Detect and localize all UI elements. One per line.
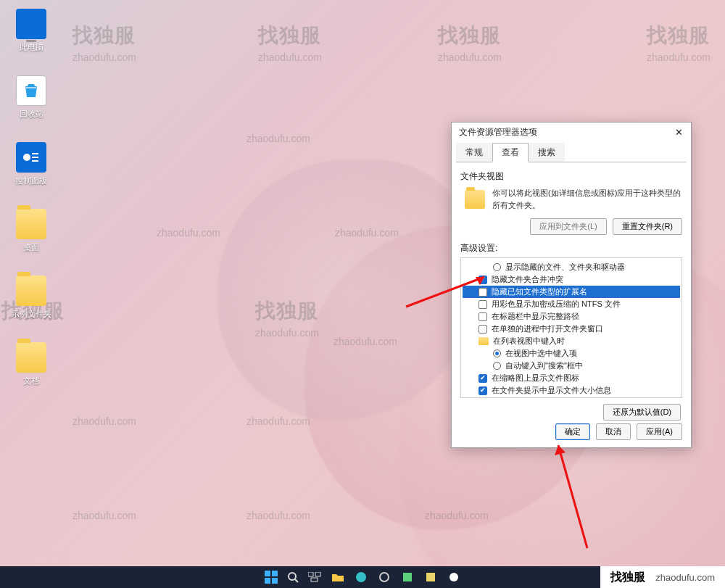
brand-text: 找独服 (610, 570, 645, 585)
svg-rect-16 (315, 572, 320, 576)
tab-search[interactable]: 搜索 (529, 143, 565, 162)
desktop-icon-folder-example[interactable]: 示例文件夹 (6, 276, 57, 320)
watermark-url: zhaodufu.com (246, 415, 310, 427)
svg-point-1 (23, 154, 30, 161)
checkbox-icon[interactable] (478, 325, 487, 334)
restore-defaults-button[interactable]: 还原为默认值(D) (603, 404, 681, 421)
svg-rect-9 (265, 571, 270, 576)
ok-button[interactable]: 确定 (555, 423, 590, 440)
folder-view-group: 文件夹视图 你可以将此视图(如详细信息或图标)应用于这种类型的所有文件夹。 应用… (460, 170, 682, 235)
desktop-icon-label: 桌面 (23, 243, 39, 252)
watermark-url: zhaodufu.com (157, 227, 220, 239)
tree-item[interactable]: 在列表视图中键入时 (463, 335, 680, 347)
checkbox-icon[interactable] (478, 374, 487, 383)
desktop-icon-label: 文档 (23, 376, 39, 385)
dialog-tabs: 常规 查看 搜索 (452, 140, 691, 162)
app-icon[interactable] (444, 569, 463, 585)
checkbox-icon[interactable] (478, 288, 487, 297)
desktop-icon-label: 回收站 (20, 109, 44, 118)
watermark-url: zhaodufu.com (438, 51, 502, 63)
tree-item[interactable]: 用彩色显示加密或压缩的 NTFS 文件 (463, 298, 680, 310)
desktop-icon-controlpanel[interactable]: 控制面板 (6, 142, 57, 186)
folder-view-desc: 你可以将此视图(如详细信息或图标)应用于这种类型的所有文件夹。 (492, 187, 682, 211)
advanced-settings-label: 高级设置: (460, 243, 497, 253)
svg-point-18 (356, 572, 366, 582)
tree-item[interactable]: 隐藏文件夹合并冲突 (463, 273, 680, 286)
advanced-settings-tree[interactable]: 显示隐藏的文件、文件夹和驱动器 隐藏文件夹合并冲突 隐藏已知文件类型的扩展名 用… (460, 257, 682, 398)
brand-url: zhaodufu.com (655, 572, 715, 583)
svg-rect-3 (32, 157, 38, 158)
svg-line-14 (295, 579, 298, 582)
tab-view[interactable]: 查看 (492, 143, 529, 162)
radio-icon (493, 263, 501, 271)
tree-item[interactable]: 在视图中选中键入项 (463, 347, 680, 360)
svg-rect-15 (308, 572, 313, 576)
svg-rect-21 (426, 573, 435, 581)
tree-item-hide-extensions[interactable]: 隐藏已知文件类型的扩展名 (463, 286, 680, 298)
apply-to-folders-button[interactable]: 应用到文件夹(L) (530, 218, 606, 235)
desktop-icon-folder-documents[interactable]: 文档 (6, 342, 57, 386)
watermark-text: 找独服 (258, 24, 321, 46)
watermark-text: 找独服 (647, 24, 710, 46)
svg-point-13 (289, 573, 296, 580)
checkbox-icon[interactable] (478, 300, 487, 309)
radio-icon[interactable] (493, 349, 501, 357)
watermark-url: zhaodufu.com (246, 133, 310, 144)
folder-options-dialog: 文件资源管理器选项 ✕ 常规 查看 搜索 文件夹视图 你可以将此视图(如详细信息… (451, 122, 692, 448)
tree-item[interactable]: 在文件夹提示中显示文件大小信息 (463, 384, 680, 397)
tree-item[interactable]: 自动键入到"搜索"框中 (463, 360, 680, 372)
tree-item[interactable]: 在标题栏中显示完整路径 (463, 310, 680, 323)
desktop-icon-label: 此电脑 (20, 43, 44, 51)
watermark-url: zhaodufu.com (258, 51, 322, 63)
svg-rect-11 (265, 578, 270, 584)
watermark-url: zhaodufu.com (246, 510, 310, 521)
tree-item[interactable]: 显示隐藏的文件、文件夹和驱动器 (463, 261, 680, 273)
watermark-url: zhaodufu.com (72, 510, 136, 521)
checkbox-icon[interactable] (478, 386, 487, 395)
watermark-url: zhaodufu.com (72, 51, 136, 63)
checkbox-icon[interactable] (478, 276, 487, 284)
svg-rect-20 (403, 573, 412, 581)
folder-view-title: 文件夹视图 (460, 170, 682, 183)
controlpanel-icon (16, 142, 46, 173)
reset-folders-button[interactable]: 重置文件夹(R) (613, 218, 682, 235)
desktop-icon-label: 控制面板 (15, 176, 47, 185)
folder-icon (478, 337, 489, 345)
desktop-icon-folder-desktop[interactable]: 桌面 (6, 209, 57, 253)
settings-icon[interactable] (375, 569, 394, 585)
edge-icon[interactable] (352, 569, 370, 585)
search-icon[interactable] (285, 569, 301, 585)
desktop-icon-pc[interactable]: 此电脑 (6, 9, 57, 53)
watermark-url: zhaodufu.com (72, 415, 136, 427)
folder-icon (16, 342, 46, 373)
cancel-button[interactable]: 取消 (596, 423, 631, 440)
taskview-icon[interactable] (305, 569, 324, 585)
svg-rect-12 (272, 578, 278, 584)
close-button[interactable]: ✕ (672, 125, 685, 138)
svg-rect-10 (272, 571, 278, 576)
apply-button[interactable]: 应用(A) (637, 423, 682, 440)
tree-item[interactable]: 在单独的进程中打开文件夹窗口 (463, 323, 680, 335)
watermark-url: zhaodufu.com (647, 51, 710, 63)
svg-rect-17 (311, 578, 318, 581)
tab-general[interactable]: 常规 (456, 143, 492, 162)
svg-rect-2 (32, 153, 38, 154)
explorer-icon[interactable] (328, 569, 347, 585)
app-icon[interactable] (421, 569, 440, 585)
pc-icon (16, 9, 46, 39)
radio-icon[interactable] (493, 362, 501, 370)
watermark-text: 找独服 (72, 24, 136, 46)
checkbox-icon[interactable] (478, 312, 487, 321)
desktop-icon-recyclebin[interactable]: 回收站 (6, 75, 57, 120)
folder-icon (16, 276, 46, 306)
desktop-icon-label: 示例文件夹 (12, 310, 51, 318)
start-button[interactable] (262, 569, 281, 585)
svg-point-22 (450, 573, 458, 581)
app-icon[interactable] (398, 569, 417, 585)
tree-item[interactable]: 在预览窗格中显示预览控件 (463, 397, 680, 398)
svg-rect-0 (26, 87, 36, 88)
svg-point-19 (380, 573, 389, 581)
tree-item[interactable]: 在缩略图上显示文件图标 (463, 372, 680, 384)
taskbar-brand-overlay: 找独服 zhaodufu.com (600, 566, 725, 588)
folder-icon (465, 190, 485, 209)
